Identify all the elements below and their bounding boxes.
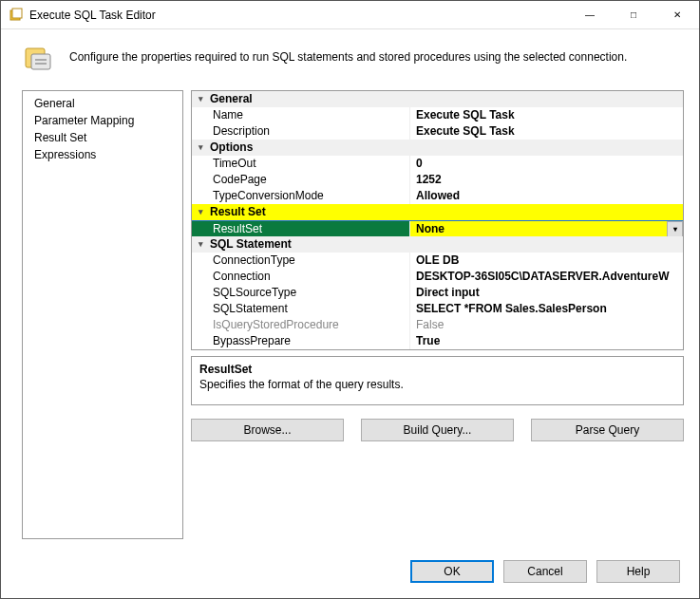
- minimize-button[interactable]: —: [568, 1, 612, 28]
- property-name: SQLSourceType: [192, 285, 410, 301]
- property-value[interactable]: Execute SQL Task: [410, 123, 683, 140]
- nav-item-general[interactable]: General: [23, 95, 182, 112]
- cancel-button[interactable]: Cancel: [503, 560, 587, 583]
- expand-icon[interactable]: ▾: [196, 239, 206, 250]
- content-panel: ▾GeneralNameExecute SQL TaskDescriptionE…: [191, 90, 684, 539]
- help-button[interactable]: Help: [596, 560, 680, 583]
- nav-item-expressions[interactable]: Expressions: [23, 146, 182, 163]
- property-name: SQLStatement: [192, 301, 410, 317]
- property-value[interactable]: Execute SQL Task: [410, 107, 683, 123]
- build-query-button[interactable]: Build Query...: [361, 419, 514, 441]
- property-row[interactable]: TypeConversionModeAllowed: [192, 188, 683, 204]
- action-buttons: Browse... Build Query... Parse Query: [191, 411, 684, 443]
- nav-item-result-set[interactable]: Result Set: [23, 129, 182, 146]
- nav-item-parameter-mapping[interactable]: Parameter Mapping: [23, 112, 182, 129]
- property-row[interactable]: CodePage1252: [192, 172, 683, 188]
- property-category[interactable]: ▾Options: [192, 140, 683, 156]
- help-text: Specifies the format of the query result…: [199, 378, 675, 391]
- property-value[interactable]: False: [410, 317, 683, 333]
- svg-rect-3: [31, 54, 50, 69]
- ok-button[interactable]: OK: [410, 560, 494, 583]
- property-grid: ▾GeneralNameExecute SQL TaskDescriptionE…: [191, 90, 684, 350]
- property-value[interactable]: 1252: [410, 172, 683, 188]
- property-name: BypassPrepare: [192, 333, 410, 349]
- property-category[interactable]: ▾General: [192, 91, 683, 107]
- property-name: TimeOut: [192, 156, 410, 172]
- titlebar: Execute SQL Task Editor — □ ✕: [1, 1, 699, 29]
- property-row[interactable]: SQLStatementSELECT *FROM Sales.SalesPers…: [192, 301, 683, 317]
- property-row[interactable]: SQLSourceTypeDirect input: [192, 285, 683, 301]
- expand-icon[interactable]: ▾: [196, 207, 206, 217]
- help-pane: ResultSet Specifies the format of the qu…: [191, 356, 684, 405]
- property-name: Connection: [192, 269, 410, 285]
- category-label: SQL Statement: [210, 236, 292, 253]
- property-row[interactable]: BypassPrepareTrue: [192, 333, 683, 349]
- property-row[interactable]: NameExecute SQL Task: [192, 107, 683, 123]
- property-name: Name: [192, 107, 410, 123]
- property-value[interactable]: SELECT *FROM Sales.SalesPerson: [410, 301, 683, 317]
- help-title: ResultSet: [199, 363, 675, 376]
- description-text: Configure the properties required to run…: [69, 50, 627, 66]
- property-category[interactable]: ▾SQL Statement: [192, 236, 683, 253]
- property-category[interactable]: ▾Result Set: [192, 204, 683, 220]
- dialog-window: Execute SQL Task Editor — □ ✕ Configure …: [0, 0, 700, 599]
- property-value[interactable]: None▾: [410, 221, 683, 236]
- property-value[interactable]: DESKTOP-36SI05C\DATASERVER.AdventureW: [410, 269, 683, 285]
- category-label: Result Set: [210, 204, 272, 220]
- property-row[interactable]: ResultSetNone▾: [192, 220, 683, 236]
- category-label: General: [210, 91, 253, 107]
- property-value[interactable]: True: [410, 333, 683, 349]
- property-value[interactable]: Direct input: [410, 285, 683, 301]
- dialog-body: General Parameter Mapping Result Set Exp…: [1, 90, 699, 549]
- property-value[interactable]: Allowed: [410, 188, 683, 204]
- property-row[interactable]: DescriptionExecute SQL Task: [192, 123, 683, 140]
- property-row[interactable]: ConnectionTypeOLE DB: [192, 253, 683, 269]
- expand-icon[interactable]: ▾: [196, 94, 206, 104]
- dialog-footer: OK Cancel Help: [1, 549, 699, 598]
- window-title: Execute SQL Task Editor: [29, 9, 568, 22]
- property-name: CodePage: [192, 172, 410, 188]
- header-description: Configure the properties required to run…: [1, 29, 699, 90]
- nav-panel: General Parameter Mapping Result Set Exp…: [22, 90, 183, 539]
- chevron-down-icon[interactable]: ▾: [667, 221, 683, 236]
- expand-icon[interactable]: ▾: [196, 142, 206, 153]
- property-name: Description: [192, 123, 410, 140]
- task-icon: [24, 43, 54, 73]
- svg-rect-1: [12, 9, 22, 18]
- category-label: Options: [210, 140, 253, 156]
- property-value[interactable]: OLE DB: [410, 253, 683, 269]
- property-value[interactable]: 0: [410, 156, 683, 172]
- property-name: IsQueryStoredProcedure: [192, 317, 410, 333]
- app-icon: [9, 8, 24, 23]
- property-row[interactable]: ConnectionDESKTOP-36SI05C\DATASERVER.Adv…: [192, 269, 683, 285]
- close-button[interactable]: ✕: [655, 1, 699, 28]
- parse-query-button[interactable]: Parse Query: [531, 419, 684, 441]
- maximize-button[interactable]: □: [612, 1, 655, 28]
- property-name: ConnectionType: [192, 253, 410, 269]
- property-name: TypeConversionMode: [192, 188, 410, 204]
- property-row[interactable]: TimeOut0: [192, 156, 683, 172]
- property-row[interactable]: IsQueryStoredProcedureFalse: [192, 317, 683, 333]
- browse-button[interactable]: Browse...: [191, 419, 344, 441]
- property-name: ResultSet: [192, 221, 410, 236]
- window-controls: — □ ✕: [568, 1, 699, 28]
